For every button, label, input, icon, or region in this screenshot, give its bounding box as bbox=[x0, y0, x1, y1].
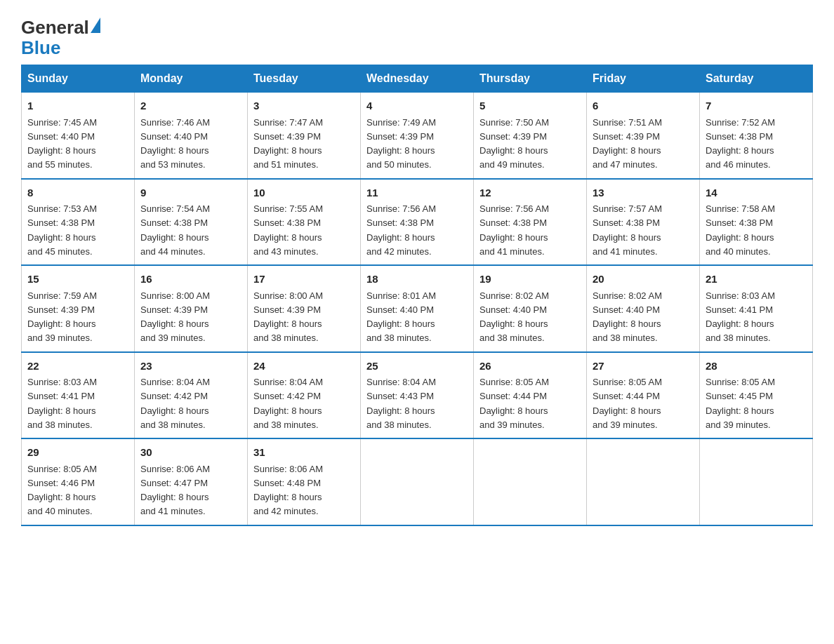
day-cell: 19 Sunrise: 8:02 AMSunset: 4:40 PMDaylig… bbox=[474, 265, 587, 352]
day-info: Sunrise: 8:05 AMSunset: 4:44 PMDaylight:… bbox=[593, 377, 662, 430]
day-info: Sunrise: 7:55 AMSunset: 4:38 PMDaylight:… bbox=[253, 203, 323, 257]
day-cell: 16 Sunrise: 8:00 AMSunset: 4:39 PMDaylig… bbox=[135, 265, 248, 352]
day-info: Sunrise: 8:04 AMSunset: 4:43 PMDaylight:… bbox=[366, 377, 436, 430]
day-cell: 22 Sunrise: 8:03 AMSunset: 4:41 PMDaylig… bbox=[22, 352, 135, 439]
day-cell: 20 Sunrise: 8:02 AMSunset: 4:40 PMDaylig… bbox=[587, 265, 700, 352]
day-cell: 1 Sunrise: 7:45 AMSunset: 4:40 PMDayligh… bbox=[22, 93, 135, 179]
day-cell: 5 Sunrise: 7:50 AMSunset: 4:39 PMDayligh… bbox=[474, 93, 587, 179]
week-row-1: 1 Sunrise: 7:45 AMSunset: 4:40 PMDayligh… bbox=[22, 93, 813, 179]
day-number: 4 bbox=[366, 98, 468, 114]
day-number: 15 bbox=[27, 271, 128, 288]
day-cell: 15 Sunrise: 7:59 AMSunset: 4:39 PMDaylig… bbox=[22, 265, 135, 352]
day-cell: 3 Sunrise: 7:47 AMSunset: 4:39 PMDayligh… bbox=[248, 93, 361, 179]
day-info: Sunrise: 8:03 AMSunset: 4:41 PMDaylight:… bbox=[706, 290, 775, 344]
day-info: Sunrise: 8:04 AMSunset: 4:42 PMDaylight:… bbox=[140, 377, 210, 430]
day-info: Sunrise: 8:05 AMSunset: 4:46 PMDaylight:… bbox=[27, 464, 97, 517]
day-number: 2 bbox=[140, 98, 241, 114]
day-info: Sunrise: 7:45 AMSunset: 4:40 PMDaylight:… bbox=[27, 117, 97, 170]
week-row-3: 15 Sunrise: 7:59 AMSunset: 4:39 PMDaylig… bbox=[22, 265, 813, 352]
day-info: Sunrise: 7:56 AMSunset: 4:38 PMDaylight:… bbox=[479, 203, 549, 257]
day-cell: 25 Sunrise: 8:04 AMSunset: 4:43 PMDaylig… bbox=[361, 352, 474, 439]
day-number: 17 bbox=[253, 271, 355, 288]
day-cell bbox=[361, 438, 474, 525]
logo-blue-text: Blue bbox=[21, 38, 60, 58]
day-number: 5 bbox=[479, 98, 581, 114]
day-cell: 4 Sunrise: 7:49 AMSunset: 4:39 PMDayligh… bbox=[361, 93, 474, 179]
day-number: 3 bbox=[253, 98, 355, 114]
day-info: Sunrise: 8:02 AMSunset: 4:40 PMDaylight:… bbox=[593, 290, 662, 344]
day-cell: 29 Sunrise: 8:05 AMSunset: 4:46 PMDaylig… bbox=[22, 438, 135, 525]
header-sunday: Sunday bbox=[22, 65, 135, 93]
day-cell: 11 Sunrise: 7:56 AMSunset: 4:38 PMDaylig… bbox=[361, 179, 474, 266]
week-row-4: 22 Sunrise: 8:03 AMSunset: 4:41 PMDaylig… bbox=[22, 352, 813, 439]
day-number: 23 bbox=[140, 358, 241, 375]
day-cell: 10 Sunrise: 7:55 AMSunset: 4:38 PMDaylig… bbox=[248, 179, 361, 266]
day-number: 31 bbox=[253, 445, 355, 461]
day-cell: 24 Sunrise: 8:04 AMSunset: 4:42 PMDaylig… bbox=[248, 352, 361, 439]
header-thursday: Thursday bbox=[474, 65, 587, 93]
day-number: 10 bbox=[253, 185, 355, 201]
day-number: 19 bbox=[479, 271, 581, 288]
day-info: Sunrise: 8:06 AMSunset: 4:47 PMDaylight:… bbox=[140, 464, 210, 517]
day-cell: 14 Sunrise: 7:58 AMSunset: 4:38 PMDaylig… bbox=[700, 179, 813, 266]
day-cell: 31 Sunrise: 8:06 AMSunset: 4:48 PMDaylig… bbox=[248, 438, 361, 525]
day-info: Sunrise: 8:03 AMSunset: 4:41 PMDaylight:… bbox=[27, 377, 97, 430]
day-number: 20 bbox=[593, 271, 694, 288]
day-number: 18 bbox=[366, 271, 468, 288]
day-number: 28 bbox=[706, 358, 807, 375]
logo-triangle-icon bbox=[91, 18, 100, 33]
day-cell: 13 Sunrise: 7:57 AMSunset: 4:38 PMDaylig… bbox=[587, 179, 700, 266]
day-number: 22 bbox=[27, 358, 128, 375]
header-saturday: Saturday bbox=[700, 65, 813, 93]
day-number: 16 bbox=[140, 271, 241, 288]
day-number: 8 bbox=[27, 185, 128, 201]
day-cell: 18 Sunrise: 8:01 AMSunset: 4:40 PMDaylig… bbox=[361, 265, 474, 352]
day-cell: 23 Sunrise: 8:04 AMSunset: 4:42 PMDaylig… bbox=[135, 352, 248, 439]
day-cell: 6 Sunrise: 7:51 AMSunset: 4:39 PMDayligh… bbox=[587, 93, 700, 179]
day-number: 27 bbox=[593, 358, 694, 375]
day-info: Sunrise: 8:01 AMSunset: 4:40 PMDaylight:… bbox=[366, 290, 436, 344]
day-info: Sunrise: 8:04 AMSunset: 4:42 PMDaylight:… bbox=[253, 377, 323, 430]
day-info: Sunrise: 7:49 AMSunset: 4:39 PMDaylight:… bbox=[366, 117, 436, 170]
day-number: 9 bbox=[140, 185, 241, 201]
day-number: 12 bbox=[479, 185, 581, 201]
day-cell: 9 Sunrise: 7:54 AMSunset: 4:38 PMDayligh… bbox=[135, 179, 248, 266]
day-info: Sunrise: 8:06 AMSunset: 4:48 PMDaylight:… bbox=[253, 464, 323, 517]
day-info: Sunrise: 7:52 AMSunset: 4:38 PMDaylight:… bbox=[706, 117, 775, 170]
day-cell bbox=[587, 438, 700, 525]
day-number: 7 bbox=[706, 98, 807, 114]
day-cell: 21 Sunrise: 8:03 AMSunset: 4:41 PMDaylig… bbox=[700, 265, 813, 352]
day-number: 1 bbox=[27, 98, 128, 114]
day-number: 11 bbox=[366, 185, 468, 201]
header-tuesday: Tuesday bbox=[248, 65, 361, 93]
day-cell: 17 Sunrise: 8:00 AMSunset: 4:39 PMDaylig… bbox=[248, 265, 361, 352]
day-info: Sunrise: 8:00 AMSunset: 4:39 PMDaylight:… bbox=[140, 290, 210, 344]
calendar-table: SundayMondayTuesdayWednesdayThursdayFrid… bbox=[21, 65, 813, 526]
header-wednesday: Wednesday bbox=[361, 65, 474, 93]
day-info: Sunrise: 7:46 AMSunset: 4:40 PMDaylight:… bbox=[140, 117, 210, 170]
day-info: Sunrise: 7:47 AMSunset: 4:39 PMDaylight:… bbox=[253, 117, 323, 170]
day-number: 6 bbox=[593, 98, 694, 114]
logo: General Blue bbox=[21, 14, 100, 58]
day-cell bbox=[700, 438, 813, 525]
day-info: Sunrise: 8:05 AMSunset: 4:44 PMDaylight:… bbox=[479, 377, 549, 430]
day-number: 25 bbox=[366, 358, 468, 375]
day-info: Sunrise: 7:58 AMSunset: 4:38 PMDaylight:… bbox=[706, 203, 775, 257]
day-cell: 30 Sunrise: 8:06 AMSunset: 4:47 PMDaylig… bbox=[135, 438, 248, 525]
day-cell: 8 Sunrise: 7:53 AMSunset: 4:38 PMDayligh… bbox=[22, 179, 135, 266]
logo-general-text: General bbox=[21, 18, 89, 38]
day-info: Sunrise: 7:51 AMSunset: 4:39 PMDaylight:… bbox=[593, 117, 662, 170]
calendar-header-row: SundayMondayTuesdayWednesdayThursdayFrid… bbox=[22, 65, 813, 93]
day-number: 21 bbox=[706, 271, 807, 288]
day-info: Sunrise: 8:05 AMSunset: 4:45 PMDaylight:… bbox=[706, 377, 775, 430]
header-friday: Friday bbox=[587, 65, 700, 93]
page-header: General Blue bbox=[21, 14, 813, 58]
day-info: Sunrise: 7:57 AMSunset: 4:38 PMDaylight:… bbox=[593, 203, 662, 257]
day-number: 13 bbox=[593, 185, 694, 201]
day-info: Sunrise: 7:59 AMSunset: 4:39 PMDaylight:… bbox=[27, 290, 97, 344]
day-cell: 27 Sunrise: 8:05 AMSunset: 4:44 PMDaylig… bbox=[587, 352, 700, 439]
day-cell: 2 Sunrise: 7:46 AMSunset: 4:40 PMDayligh… bbox=[135, 93, 248, 179]
day-info: Sunrise: 7:56 AMSunset: 4:38 PMDaylight:… bbox=[366, 203, 436, 257]
header-monday: Monday bbox=[135, 65, 248, 93]
day-number: 26 bbox=[479, 358, 581, 375]
